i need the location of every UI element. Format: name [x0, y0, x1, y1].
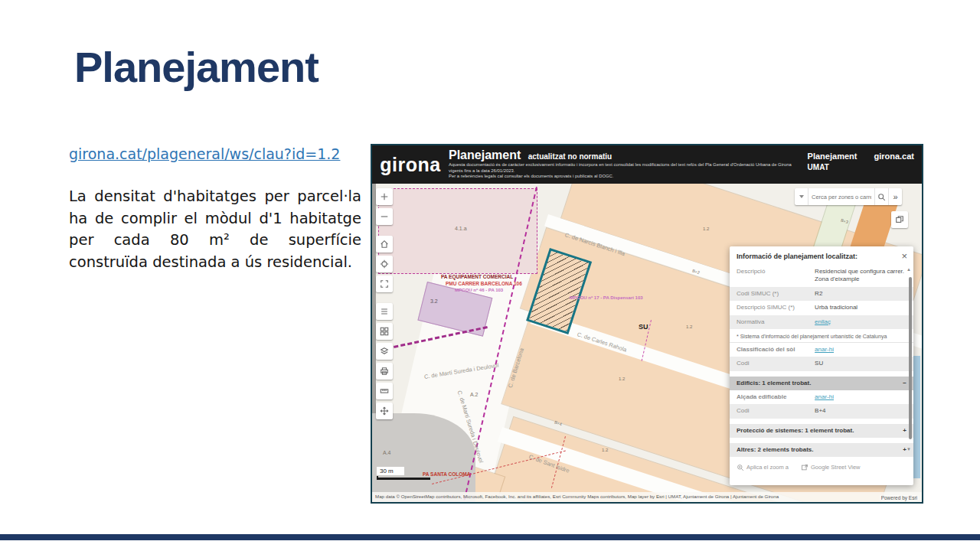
- row-label: Codi: [737, 360, 815, 367]
- planejament-viewer: girona Planejament actualitzat no normat…: [371, 144, 923, 504]
- row-label: Codi: [737, 407, 815, 415]
- row-label: Codi SIMUC (*): [737, 290, 815, 298]
- page-title: Planejament: [74, 42, 318, 92]
- girona-hyperlink[interactable]: girona.cat/plageneral/ws/clau?id=1.2: [69, 145, 340, 162]
- zone-label: 1.2: [686, 324, 692, 329]
- section-header-edificis[interactable]: Edificis: 1 element trobat. −: [730, 377, 913, 390]
- viewer-app-subtitle: actualitzat no normatiu: [528, 152, 612, 161]
- table-row: Codi SU: [730, 357, 913, 370]
- section-row: Alçada edificable anar-hi: [730, 390, 913, 404]
- plan-label: PMU CARRER BARCELONA 106: [446, 281, 522, 286]
- row-value: R2: [815, 290, 906, 298]
- scale-label: 30 m: [377, 467, 404, 475]
- girona-logo[interactable]: girona: [372, 145, 449, 184]
- section-header-label: Edificis: 1 element trobat.: [737, 380, 811, 386]
- scale-rule: [377, 476, 430, 480]
- section-row: Classificació del sòl anar-hi: [730, 342, 913, 357]
- search-expand-button[interactable]: »: [888, 188, 902, 205]
- panel-footer: Aplica el zoom a Google Street View: [730, 457, 913, 478]
- map-toolbar: [376, 188, 393, 419]
- brand-girona-cat[interactable]: girona.cat: [874, 152, 914, 161]
- row-label: Descripció: [737, 268, 815, 284]
- zone-label: A.4: [383, 450, 391, 455]
- plan-label: MPGOU nº 17 - PA Dispensari 103: [570, 295, 643, 300]
- search-icon: [877, 193, 886, 201]
- viewer-header-text: Planejament actualitzat no normatiu Aque…: [449, 145, 808, 184]
- table-row: Descripció SIMUC (*) Urbà tradicional: [730, 301, 913, 315]
- viewer-header: girona Planejament actualitzat no normat…: [372, 145, 922, 184]
- fullscreen-button[interactable]: [376, 276, 393, 292]
- section-header-altres[interactable]: Altres: 2 elements trobats. +: [730, 443, 913, 457]
- zone-label: 1.2: [703, 227, 709, 231]
- zoom-in-button[interactable]: [376, 188, 393, 205]
- map-attribution: Map data © OpenStreetMap contributors, M…: [372, 492, 922, 502]
- zone-label: 1.2: [602, 448, 608, 452]
- section-title: Classificació del sòl: [737, 346, 815, 354]
- map-canvas[interactable]: C. de Narcís Blanch i Illa C. de Carles …: [372, 184, 922, 502]
- zone-label: 1.2: [619, 377, 625, 381]
- print-button[interactable]: [376, 363, 393, 380]
- section-header-proteccio[interactable]: Protecció de sistemes: 1 element trobat.…: [730, 424, 913, 438]
- street-view-action[interactable]: Google Street View: [801, 464, 860, 471]
- table-row: Codi SIMUC (*) R2: [730, 287, 913, 301]
- pan-button[interactable]: [376, 403, 393, 419]
- row-value: Residencial que configura carrer. Zona d…: [815, 268, 906, 284]
- viewer-brand: Planejament girona.cat UMAT: [808, 152, 914, 171]
- row-value: Urbà tradicional: [815, 304, 906, 311]
- zone-label: A.2: [470, 392, 479, 397]
- table-row: Descripció Residencial que configura car…: [730, 265, 913, 287]
- row-label: Normativa: [737, 318, 815, 326]
- search-button[interactable]: [874, 188, 888, 205]
- zone-label: 4.1.a: [455, 226, 467, 231]
- zoom-to-icon: [737, 464, 744, 471]
- collapse-icon[interactable]: −: [903, 380, 906, 386]
- search-source-dropdown[interactable]: [795, 188, 808, 205]
- normativa-link[interactable]: enllaç: [815, 318, 831, 325]
- zone-label: 3.2: [430, 298, 438, 304]
- info-panel-title: Informació de planejament localitzat:: [730, 246, 913, 265]
- anar-hi-link[interactable]: anar-hi: [815, 393, 834, 400]
- home-button[interactable]: [376, 236, 393, 253]
- table-row: Normativa enllaç: [730, 315, 913, 329]
- anar-hi-link[interactable]: anar-hi: [815, 346, 834, 353]
- slide-accent-bar: [0, 534, 980, 540]
- brand-planejament: Planejament: [808, 152, 858, 161]
- basemap-gallery-button[interactable]: [376, 323, 393, 340]
- viewer-disclaimer-2: Per a referències legals cal consultar e…: [449, 174, 805, 180]
- expand-icon[interactable]: +: [903, 427, 906, 434]
- scale-bar: 30 m: [377, 462, 430, 480]
- search-input[interactable]: [808, 194, 874, 201]
- info-panel: Informació de planejament localitzat: × …: [730, 246, 913, 485]
- section-title: Alçada edificable: [737, 393, 815, 401]
- search-bar: »: [795, 188, 902, 205]
- powered-by-esri: Powered by Esri: [880, 495, 919, 500]
- basemap-toggle-button[interactable]: [891, 211, 908, 228]
- body-paragraph: La densitat d'habitatges per parcel·la h…: [69, 186, 361, 274]
- legend-button[interactable]: [376, 303, 393, 320]
- pink-plan-block: [378, 188, 537, 274]
- row-label: Descripció SIMUC (*): [737, 304, 815, 311]
- table-row: Codi B+4: [730, 404, 913, 418]
- close-icon[interactable]: ×: [901, 250, 907, 262]
- street-view-icon: [801, 464, 808, 471]
- zone-label: SU: [639, 323, 648, 331]
- zoom-out-button[interactable]: [376, 208, 393, 225]
- locate-button[interactable]: [376, 256, 393, 272]
- chevron-down-icon: [799, 195, 804, 198]
- layers-button[interactable]: [376, 343, 393, 360]
- measure-button[interactable]: [376, 383, 393, 399]
- scroll-up-icon[interactable]: ▲: [906, 267, 911, 272]
- brand-umat: UMAT: [808, 163, 914, 171]
- apply-zoom-action[interactable]: Aplica el zoom a: [737, 464, 789, 471]
- panel-scrollbar[interactable]: [909, 277, 912, 439]
- viewer-disclaimer-1: Aquesta documentació és de caràcter excl…: [449, 162, 805, 174]
- plan-label: PA EQUIPAMENT COMERCIAL: [441, 274, 513, 279]
- section-header-label: Protecció de sistemes: 1 element trobat.: [737, 427, 854, 434]
- basemap-icon: [895, 215, 904, 224]
- section-header-label: Altres: 2 elements trobats.: [737, 446, 813, 453]
- viewer-app-title: Planejament: [449, 148, 521, 161]
- plan-label: MPGOU nº 46 - PA 103: [455, 288, 503, 292]
- scroll-down-icon[interactable]: ▼: [906, 447, 911, 452]
- row-value: SU: [815, 360, 906, 367]
- row-value: B+4: [815, 407, 906, 415]
